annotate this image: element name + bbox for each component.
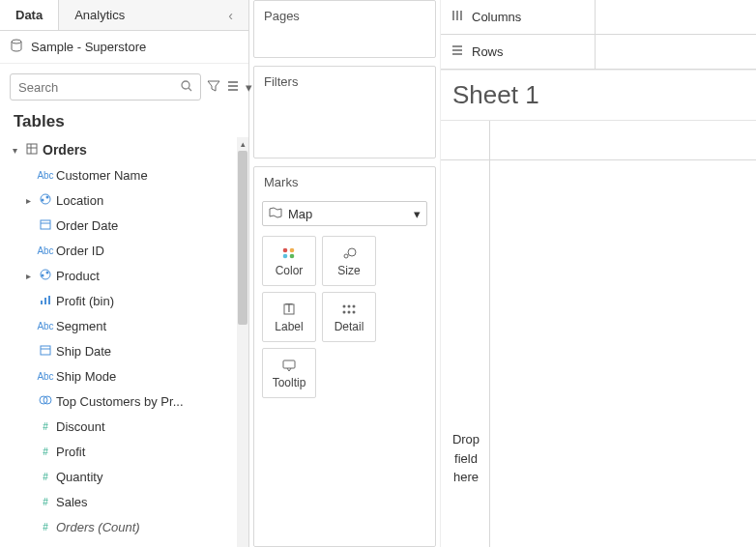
columns-icon — [451, 9, 464, 25]
tab-data[interactable]: Data — [0, 0, 58, 30]
field-label: Ship Mode — [56, 369, 243, 384]
svg-rect-17 — [41, 346, 50, 355]
chevron-down-icon: ▾ — [414, 207, 421, 221]
field-tree: ▾OrdersAbcCustomer Name▸LocationOrder Da… — [0, 137, 248, 547]
drop-hint: Drop field here — [447, 430, 485, 487]
pages-card[interactable]: Pages — [253, 0, 436, 58]
marks-card: Marks Map ▾ Color Size T — [253, 166, 436, 547]
pages-header: Pages — [254, 1, 435, 31]
view-canvas[interactable]: Drop field here — [441, 120, 756, 547]
table-row-orders[interactable]: ▾Orders — [0, 137, 248, 162]
field-label: Discount — [56, 419, 243, 434]
field-ship-mode[interactable]: AbcShip Mode — [0, 363, 248, 389]
svg-point-24 — [290, 253, 295, 258]
svg-point-29 — [343, 304, 346, 307]
field-label: Order Date — [56, 218, 243, 233]
svg-point-22 — [290, 247, 295, 252]
field-segment[interactable]: AbcSegment — [0, 313, 248, 338]
search-box[interactable] — [10, 73, 201, 101]
measure-quantity[interactable]: #Quantity — [0, 464, 248, 489]
search-row: ▾ — [0, 64, 248, 108]
table-label: Orders — [43, 142, 243, 158]
field-label: Sales — [56, 495, 243, 509]
caret-right-icon[interactable]: ▸ — [21, 195, 35, 206]
svg-point-21 — [283, 247, 288, 252]
mark-size[interactable]: Size — [322, 236, 376, 286]
scroll-up-icon[interactable]: ▴ — [238, 139, 247, 149]
svg-point-23 — [283, 253, 288, 258]
field-order-id[interactable]: AbcOrder ID — [0, 238, 248, 263]
measure-sales[interactable]: #Sales — [0, 489, 248, 514]
marks-header: Marks — [254, 167, 435, 197]
mark-size-label: Size — [337, 264, 360, 277]
canvas-vline — [489, 121, 490, 547]
mark-type-select[interactable]: Map ▾ — [262, 201, 427, 226]
measure-orders-count-[interactable]: #Orders (Count) — [0, 514, 248, 539]
map-icon — [269, 207, 282, 221]
tab-data-label: Data — [15, 8, 43, 22]
field-label: Quantity — [56, 470, 243, 484]
rows-label: Rows — [472, 44, 504, 59]
tab-analytics[interactable]: Analytics ‹ — [58, 0, 248, 30]
side-tabs: Data Analytics ‹ — [0, 0, 248, 31]
field-customer-name[interactable]: AbcCustomer Name — [0, 162, 248, 187]
svg-point-0 — [12, 40, 21, 43]
svg-point-31 — [353, 304, 356, 307]
scrollbar-thumb[interactable] — [238, 151, 247, 325]
field-label: Product — [56, 269, 243, 283]
svg-line-2 — [189, 88, 191, 91]
columns-label: Columns — [472, 10, 521, 24]
field-label: Ship Date — [56, 344, 243, 359]
data-pane: Data Analytics ‹ Sample - Superstore — [0, 0, 249, 547]
rows-icon — [451, 43, 464, 60]
field-label: Top Customers by Pr... — [56, 394, 243, 409]
svg-point-1 — [182, 81, 189, 89]
filters-card[interactable]: Filters — [253, 66, 436, 158]
svg-point-32 — [343, 310, 346, 313]
sheet-title[interactable]: Sheet 1 — [441, 71, 756, 120]
caret-right-icon[interactable]: ▸ — [21, 271, 35, 281]
filter-icon[interactable] — [207, 79, 220, 96]
search-icon — [181, 80, 192, 95]
caret-down-icon[interactable]: ▾ — [8, 145, 21, 156]
scrollbar[interactable]: ▴ — [237, 137, 248, 547]
cards-column: Pages Filters Marks Map ▾ Color — [249, 0, 441, 547]
tab-analytics-label: Analytics — [74, 8, 125, 22]
svg-point-30 — [348, 304, 351, 307]
mark-detail[interactable]: Detail — [322, 292, 376, 342]
mark-label-label: Label — [275, 320, 303, 333]
view-list-icon[interactable] — [226, 79, 240, 96]
mark-label[interactable]: T Label — [262, 292, 316, 342]
mark-tooltip[interactable]: Tooltip — [262, 348, 316, 398]
database-icon — [10, 39, 23, 55]
svg-rect-35 — [283, 360, 295, 368]
svg-rect-14 — [41, 301, 43, 304]
svg-point-34 — [353, 310, 356, 313]
mark-detail-label: Detail — [334, 320, 364, 333]
search-input[interactable] — [18, 80, 181, 95]
datasource-row[interactable]: Sample - Superstore — [0, 31, 248, 64]
columns-shelf[interactable]: Columns — [441, 0, 756, 35]
svg-point-7 — [42, 199, 44, 202]
tables-header: Tables — [0, 108, 248, 137]
field-top-customers-by-pr-[interactable]: Top Customers by Pr... — [0, 389, 248, 414]
field-product[interactable]: ▸Product — [0, 263, 248, 288]
svg-rect-16 — [48, 296, 50, 304]
field-location[interactable]: ▸Location — [0, 187, 248, 213]
chevron-left-icon: ‹ — [228, 8, 233, 23]
measure-discount[interactable]: #Discount — [0, 414, 248, 439]
field-order-date[interactable]: Order Date — [0, 213, 248, 238]
worksheet-area: Columns Rows Sheet 1 Drop field here — [441, 0, 756, 547]
svg-text:T: T — [285, 302, 293, 315]
svg-point-33 — [348, 310, 351, 313]
measure-profit[interactable]: #Profit — [0, 439, 248, 464]
field-label: Profit — [56, 445, 243, 459]
canvas-hline — [441, 159, 756, 160]
svg-rect-3 — [27, 144, 37, 154]
svg-rect-9 — [41, 220, 50, 229]
field-ship-date[interactable]: Ship Date — [0, 338, 248, 363]
field-label: Location — [56, 193, 243, 208]
rows-shelf[interactable]: Rows — [441, 35, 756, 70]
field-profit-bin-[interactable]: Profit (bin) — [0, 288, 248, 313]
mark-color[interactable]: Color — [262, 236, 316, 286]
